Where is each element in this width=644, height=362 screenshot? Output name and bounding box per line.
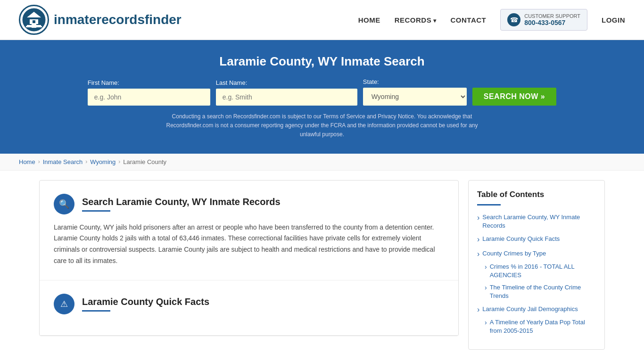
toc-item-3: County Crimes by Type Crimes % in 2016 -… bbox=[477, 249, 596, 300]
toc-link-4[interactable]: Laramie County Jail Demographics bbox=[477, 305, 596, 315]
section-underline-1 bbox=[82, 210, 110, 212]
section-header-1: 🔍 Search Laramie County, WY Inmate Recor… bbox=[54, 194, 444, 214]
alert-icon: ⚠ bbox=[54, 294, 74, 314]
phone-icon: ☎ bbox=[507, 13, 520, 26]
first-name-label: First Name: bbox=[88, 79, 119, 86]
search-icon: 🔍 bbox=[54, 194, 74, 214]
sidebar: Table of Contents Search Laramie County,… bbox=[468, 180, 605, 350]
toc-sub-item-3-1: Crimes % in 2016 - TOTAL ALL AGENCIES bbox=[485, 263, 596, 280]
toc-sub-link-4-1[interactable]: A Timeline of Yearly Data Pop Total from… bbox=[485, 318, 596, 335]
breadcrumb-inmate-search[interactable]: Inmate Search bbox=[43, 158, 83, 165]
state-group: State: Wyoming bbox=[363, 78, 467, 106]
state-select[interactable]: Wyoming bbox=[363, 88, 467, 106]
logo-text: inmaterecordsfinder bbox=[54, 12, 182, 27]
toc-sub-link-3-2[interactable]: The Timeline of the County Crime Trends bbox=[485, 283, 596, 300]
main-layout: 🔍 Search Laramie County, WY Inmate Recor… bbox=[20, 171, 624, 360]
toc-link-3[interactable]: County Crimes by Type bbox=[477, 249, 596, 259]
sep3: › bbox=[118, 158, 120, 165]
last-name-label: Last Name: bbox=[216, 79, 247, 86]
section-title-1: Search Laramie County, WY Inmate Records bbox=[82, 197, 281, 207]
toc-item-4: Laramie County Jail Demographics A Timel… bbox=[477, 305, 596, 335]
hero-title: Laramie County, WY Inmate Search bbox=[19, 54, 625, 69]
toc-sub-3: Crimes % in 2016 - TOTAL ALL AGENCIES Th… bbox=[485, 263, 596, 301]
breadcrumb-wyoming[interactable]: Wyoming bbox=[90, 158, 116, 165]
last-name-group: Last Name: bbox=[216, 79, 357, 106]
sep2: › bbox=[85, 158, 87, 165]
svg-rect-6 bbox=[26, 26, 42, 27]
support-box[interactable]: ☎ CUSTOMER SUPPORT 800-433-0567 bbox=[500, 9, 587, 31]
toc-sub-4: A Timeline of Yearly Data Pop Total from… bbox=[485, 318, 596, 335]
nav-contact[interactable]: CONTACT bbox=[451, 16, 487, 24]
toc-sub-item-4-1: A Timeline of Yearly Data Pop Total from… bbox=[485, 318, 596, 335]
logo-icon bbox=[19, 5, 49, 35]
search-button[interactable]: SEARCH NOW » bbox=[472, 88, 556, 106]
hero-banner: Laramie County, WY Inmate Search First N… bbox=[0, 40, 644, 154]
toc-box: Table of Contents Search Laramie County,… bbox=[468, 180, 605, 350]
support-info: CUSTOMER SUPPORT 800-433-0567 bbox=[524, 13, 580, 26]
toc-title: Table of Contents bbox=[477, 190, 596, 199]
toc-item-2: Laramie County Quick Facts bbox=[477, 235, 596, 245]
site-header: inmaterecordsfinder HOME RECORDS CONTACT… bbox=[0, 0, 644, 40]
quick-facts-section: ⚠ Laramie County Quick Facts bbox=[40, 280, 458, 336]
section-underline-2 bbox=[82, 310, 110, 312]
logo-area: inmaterecordsfinder bbox=[19, 5, 182, 35]
sep1: › bbox=[38, 158, 40, 165]
disclaimer-text: Conducting a search on Recordsfinder.com… bbox=[157, 112, 487, 140]
nav-records[interactable]: RECORDS bbox=[395, 16, 437, 24]
toc-divider bbox=[477, 204, 501, 206]
state-label: State: bbox=[363, 78, 379, 85]
section-body-1: Laramie County, WY jails hold prisoners … bbox=[54, 222, 444, 267]
login-button[interactable]: LOGIN bbox=[602, 16, 625, 24]
toc-sub-item-3-2: The Timeline of the County Crime Trends bbox=[485, 283, 596, 300]
svg-rect-4 bbox=[33, 20, 35, 23]
inmate-records-section: 🔍 Search Laramie County, WY Inmate Recor… bbox=[40, 181, 458, 280]
toc-list: Search Laramie County, WY Inmate Records… bbox=[477, 213, 596, 336]
section-title-2: Laramie County Quick Facts bbox=[82, 296, 209, 307]
search-form: First Name: Last Name: State: Wyoming SE… bbox=[19, 78, 625, 106]
main-nav: HOME RECORDS CONTACT ☎ CUSTOMER SUPPORT … bbox=[358, 9, 625, 31]
section-header-2: ⚠ Laramie County Quick Facts bbox=[54, 294, 444, 314]
toc-link-2[interactable]: Laramie County Quick Facts bbox=[477, 235, 596, 245]
content-area: 🔍 Search Laramie County, WY Inmate Recor… bbox=[39, 180, 459, 336]
first-name-group: First Name: bbox=[88, 79, 210, 106]
breadcrumb-home[interactable]: Home bbox=[19, 158, 35, 165]
toc-link-1[interactable]: Search Laramie County, WY Inmate Records bbox=[477, 213, 596, 230]
breadcrumb: Home › Inmate Search › Wyoming › Laramie… bbox=[0, 154, 644, 171]
toc-sub-link-3-1[interactable]: Crimes % in 2016 - TOTAL ALL AGENCIES bbox=[485, 263, 596, 280]
nav-home[interactable]: HOME bbox=[358, 16, 380, 24]
breadcrumb-county: Laramie County bbox=[123, 158, 166, 165]
toc-item-1: Search Laramie County, WY Inmate Records bbox=[477, 213, 596, 230]
last-name-input[interactable] bbox=[216, 89, 357, 106]
first-name-input[interactable] bbox=[88, 89, 210, 106]
